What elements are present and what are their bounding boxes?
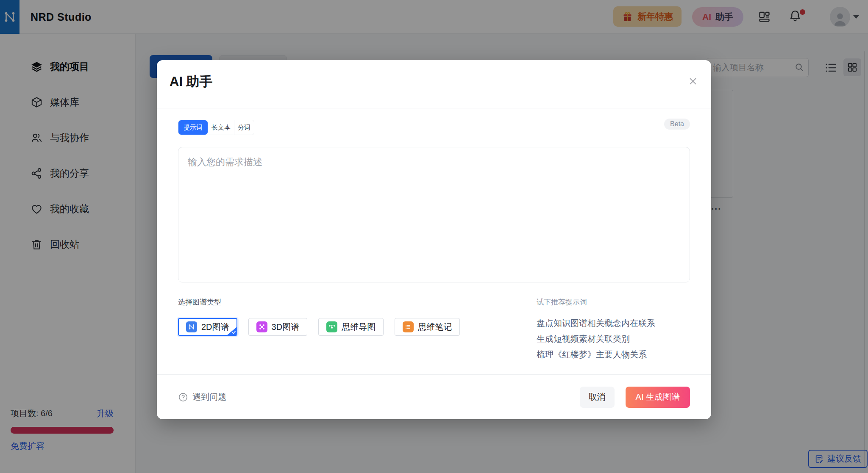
mindmap-icon — [326, 321, 337, 332]
close-button[interactable] — [685, 74, 701, 89]
tab-word-segment[interactable]: 分词 — [234, 120, 254, 135]
help-label: 遇到问题 — [192, 391, 226, 403]
ai-assistant-modal: AI 助手 提示词 长文本 分词 Beta 选择图谱类型 — [157, 60, 711, 419]
prompt-suggestion[interactable]: 生成短视频素材关联类别 — [537, 331, 655, 347]
ai-generate-button[interactable]: AI 生成图谱 — [626, 387, 690, 408]
notes-list-icon — [403, 321, 414, 332]
prompt-suggestion[interactable]: 盘点知识图谱相关概念内在联系 — [537, 315, 655, 331]
selected-check-icon — [231, 330, 236, 335]
graph-type-label: 2D图谱 — [201, 321, 229, 333]
cancel-button[interactable]: 取消 — [580, 387, 615, 408]
recommended-prompts-label: 试下推荐提示词 — [537, 297, 587, 307]
tab-prompt[interactable]: 提示词 — [178, 120, 208, 135]
3d-graph-icon — [256, 321, 267, 332]
graph-type-mindmap[interactable]: 思维导图 — [318, 318, 384, 336]
graph-type-label: 思维导图 — [342, 321, 376, 333]
modal-title: AI 助手 — [170, 73, 213, 91]
modal-footer: 遇到问题 取消 AI 生成图谱 — [157, 374, 711, 419]
2d-graph-icon — [186, 321, 197, 332]
beta-badge: Beta — [664, 119, 690, 130]
close-icon — [688, 77, 698, 86]
tab-long-text[interactable]: 长文本 — [208, 120, 234, 135]
graph-type-2d[interactable]: 2D图谱 — [178, 318, 237, 336]
help-link[interactable]: 遇到问题 — [178, 391, 226, 403]
graph-type-label: 3D图谱 — [272, 321, 300, 333]
question-circle-icon — [178, 392, 188, 402]
recommended-prompts: 盘点知识图谱相关概念内在联系 生成短视频素材关联类别 梳理《红楼梦》主要人物关系 — [537, 315, 655, 362]
app-screen: NRD Studio 新年特惠 AI 助手 — [0, 0, 868, 473]
input-mode-tabs: 提示词 长文本 分词 — [178, 120, 254, 135]
graph-type-options: 2D图谱 3D图谱 — [178, 318, 460, 336]
prompt-suggestion[interactable]: 梳理《红楼梦》主要人物关系 — [537, 347, 655, 362]
graph-type-label: 思维笔记 — [418, 321, 452, 333]
graph-type-section-label: 选择图谱类型 — [178, 297, 221, 307]
graph-type-3d[interactable]: 3D图谱 — [248, 318, 308, 336]
modal-header: AI 助手 — [157, 60, 711, 108]
requirement-textarea[interactable] — [178, 147, 690, 282]
graph-type-notes[interactable]: 思维笔记 — [395, 318, 460, 336]
